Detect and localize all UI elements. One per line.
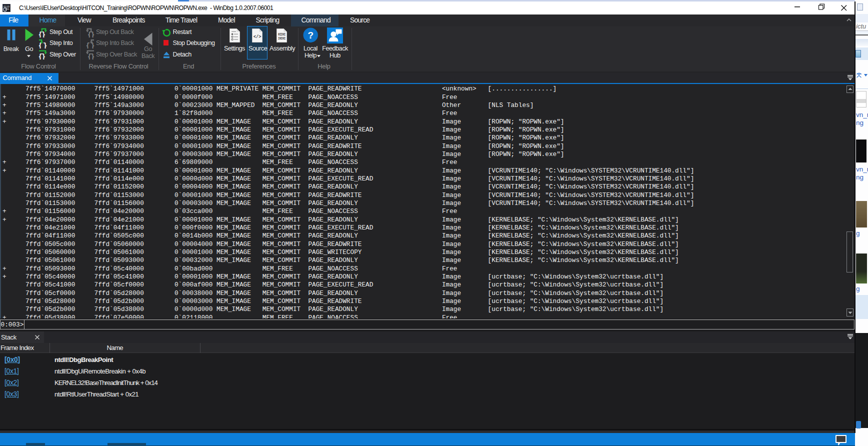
svg-text:0II0I: 0II0I — [278, 33, 286, 36]
svg-text:}: } — [88, 52, 92, 60]
svg-text:}: } — [42, 52, 46, 60]
svg-text:}: } — [43, 42, 48, 48]
svg-text:}: } — [86, 42, 90, 48]
svg-text:I0I0I: I0I0I — [278, 37, 286, 40]
svg-text:</>: </> — [254, 34, 261, 40]
svg-text:101: 101 — [5, 8, 10, 11]
svg-text:?: ? — [308, 30, 314, 40]
svg-text:}: } — [88, 30, 92, 38]
svg-text:}: } — [42, 30, 46, 38]
